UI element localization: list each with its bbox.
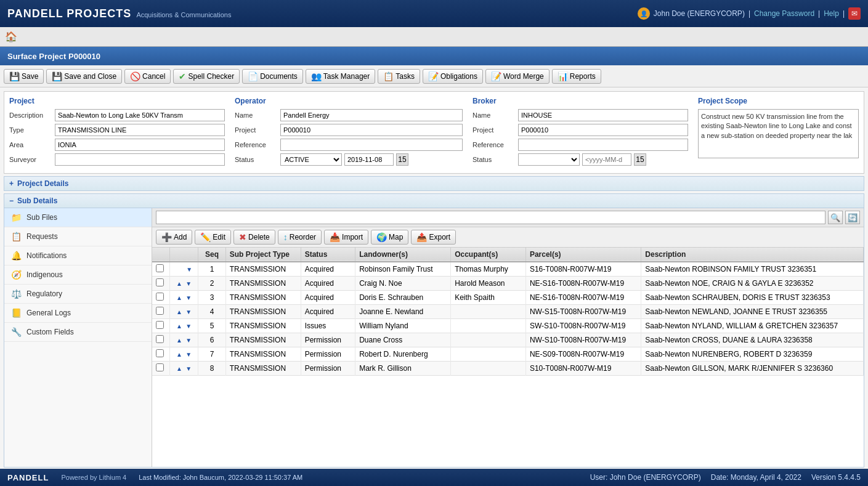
- sidebar-item-indigenous[interactable]: 🧭 Indigenous: [4, 265, 152, 285]
- br-reference-input[interactable]: [518, 139, 688, 151]
- op-project-input[interactable]: [280, 124, 463, 136]
- op-status-select[interactable]: ACTIVE: [280, 153, 342, 166]
- description-label: Description: [9, 111, 52, 119]
- sidebar-item-notifications[interactable]: 🔔 Notifications: [4, 246, 152, 265]
- regulatory-icon: ⚖️: [10, 289, 22, 299]
- sub-details-header[interactable]: − Sub Details: [4, 194, 864, 208]
- broker-header: Broker: [473, 97, 688, 105]
- sidebar-item-label-sub-files: Sub Files: [26, 213, 57, 222]
- search-button[interactable]: 🔍: [828, 211, 843, 224]
- sidebar-item-requests[interactable]: 📋 Requests: [4, 227, 152, 246]
- row-down-arrow[interactable]: ▼: [185, 365, 192, 372]
- project-scope-section: Project Scope Construct new 50 KV transm…: [698, 97, 859, 168]
- br-status-select[interactable]: [518, 153, 580, 166]
- cancel-button[interactable]: 🚫 Cancel: [124, 69, 171, 84]
- custom-fields-icon: 🔧: [10, 327, 22, 337]
- row-up-arrow[interactable]: ▲: [176, 337, 183, 344]
- row-checkbox-cell[interactable]: [152, 347, 169, 362]
- spell-checker-button[interactable]: ✔ Spell Checker: [173, 69, 240, 84]
- refresh-button[interactable]: 🔄: [845, 211, 860, 224]
- row-up-arrow[interactable]: ▲: [176, 309, 183, 315]
- row-checkbox[interactable]: [156, 264, 164, 272]
- help-link[interactable]: Help: [824, 9, 839, 18]
- documents-button[interactable]: 📄 Documents: [242, 69, 303, 84]
- row-down-arrow[interactable]: ▼: [185, 309, 192, 315]
- table-row[interactable]: ▲ ▼ 3 TRANSMISSION Acquired Doris E. Sch…: [152, 291, 864, 305]
- description-input[interactable]: [55, 109, 225, 121]
- reports-button[interactable]: 📊 Reports: [552, 69, 601, 84]
- row-occupant: Harold Meason: [451, 277, 526, 291]
- save-button[interactable]: 💾 Save: [4, 69, 44, 84]
- alerts-icon[interactable]: ✉: [848, 7, 861, 20]
- sidebar-item-sub-files[interactable]: 📁 Sub Files: [4, 208, 152, 227]
- row-down-arrow[interactable]: ▼: [185, 266, 193, 273]
- save-close-button[interactable]: 💾 Save and Close: [46, 69, 122, 84]
- row-up-arrow[interactable]: ▲: [176, 294, 183, 301]
- row-checkbox[interactable]: [156, 278, 164, 286]
- reorder-button[interactable]: ↕ Reorder: [278, 230, 322, 245]
- obligations-button[interactable]: 📝 Obligations: [423, 69, 483, 84]
- surveyor-input[interactable]: [55, 153, 225, 166]
- row-down-arrow[interactable]: ▼: [185, 294, 192, 301]
- row-checkbox[interactable]: [156, 349, 164, 357]
- row-checkbox[interactable]: [156, 307, 164, 315]
- import-button[interactable]: 📥 Import: [324, 230, 368, 245]
- home-icon[interactable]: 🏠: [5, 31, 17, 43]
- op-date-picker[interactable]: 15: [396, 153, 408, 166]
- row-up-arrow[interactable]: ▲: [176, 280, 183, 287]
- row-checkbox-cell[interactable]: [152, 362, 169, 376]
- row-checkbox[interactable]: [156, 363, 164, 371]
- sidebar-item-regulatory[interactable]: ⚖️ Regulatory: [4, 285, 152, 304]
- add-button[interactable]: ➕ Add: [156, 230, 192, 245]
- change-password-link[interactable]: Change Password: [754, 9, 814, 18]
- op-date-input[interactable]: [344, 153, 394, 166]
- word-merge-button[interactable]: 📝 Word Merge: [485, 69, 550, 84]
- row-checkbox-cell[interactable]: [152, 262, 169, 277]
- status-version: Version 5.4.4.5: [811, 473, 861, 482]
- row-checkbox-cell[interactable]: [152, 305, 169, 319]
- row-checkbox-cell[interactable]: [152, 291, 169, 305]
- table-row[interactable]: ▲ ▼ 8 TRANSMISSION Permission Mark R. Gi…: [152, 362, 864, 376]
- type-input[interactable]: [55, 124, 225, 136]
- row-occupant: [451, 333, 526, 347]
- search-input[interactable]: [156, 211, 825, 224]
- row-down-arrow[interactable]: ▼: [185, 351, 192, 358]
- sidebar-item-label-regulatory: Regulatory: [26, 290, 62, 298]
- sidebar-item-general-logs[interactable]: 📒 General Logs: [4, 304, 152, 323]
- row-down-arrow[interactable]: ▼: [185, 323, 192, 330]
- delete-button[interactable]: ✖ Delete: [233, 230, 275, 245]
- task-manager-button[interactable]: 👥 Task Manager: [306, 69, 375, 84]
- row-landowner: Robert D. Nurenberg: [355, 347, 451, 362]
- br-project-input[interactable]: [518, 124, 688, 136]
- row-down-arrow[interactable]: ▼: [185, 337, 192, 344]
- row-checkbox-cell[interactable]: [152, 277, 169, 291]
- op-name-input[interactable]: [280, 109, 463, 121]
- project-details-header[interactable]: + Project Details: [4, 176, 864, 191]
- br-name-input[interactable]: [518, 109, 688, 121]
- op-reference-input[interactable]: [280, 139, 463, 151]
- user-icon: 👤: [638, 7, 650, 20]
- table-row[interactable]: ▲ ▼ 6 TRANSMISSION Permission Duane Cros…: [152, 333, 864, 347]
- edit-button[interactable]: ✏️ Edit: [195, 230, 231, 245]
- sidebar-item-custom-fields[interactable]: 🔧 Custom Fields: [4, 323, 152, 342]
- table-row[interactable]: ▲ ▼ 4 TRANSMISSION Acquired Joanne E. Ne…: [152, 305, 864, 319]
- row-down-arrow[interactable]: ▼: [185, 280, 192, 287]
- row-up-arrow[interactable]: ▲: [176, 351, 183, 358]
- row-checkbox[interactable]: [156, 293, 164, 301]
- map-button[interactable]: 🌍 Map: [371, 230, 408, 245]
- row-checkbox-cell[interactable]: [152, 319, 169, 333]
- row-checkbox[interactable]: [156, 335, 164, 343]
- table-row[interactable]: ▲ ▼ 7 TRANSMISSION Permission Robert D. …: [152, 347, 864, 362]
- area-input[interactable]: [55, 139, 225, 151]
- br-date-picker[interactable]: 15: [634, 153, 646, 166]
- table-row[interactable]: ▲ ▼ 5 TRANSMISSION Issues William Nyland…: [152, 319, 864, 333]
- br-date-input[interactable]: [582, 153, 631, 166]
- table-row[interactable]: ▲ ▼ 2 TRANSMISSION Acquired Craig N. Noe…: [152, 277, 864, 291]
- row-checkbox[interactable]: [156, 321, 164, 329]
- row-up-arrow[interactable]: ▲: [176, 323, 183, 330]
- row-checkbox-cell[interactable]: [152, 333, 169, 347]
- tasks-button[interactable]: 📋 Tasks: [378, 69, 420, 84]
- table-row[interactable]: ▼ 1 TRANSMISSION Acquired Robinson Famil…: [152, 262, 864, 277]
- row-up-arrow[interactable]: ▲: [176, 365, 183, 372]
- export-button[interactable]: 📤 Export: [411, 230, 456, 245]
